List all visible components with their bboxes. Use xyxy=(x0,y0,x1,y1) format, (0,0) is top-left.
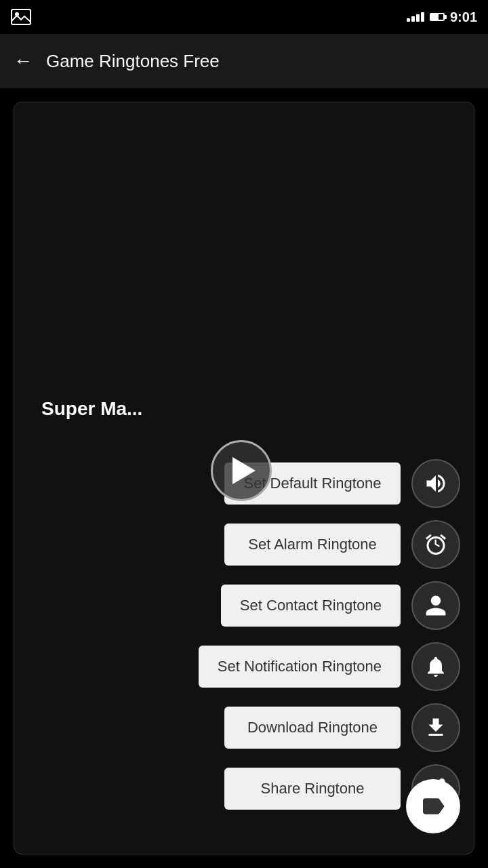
play-triangle-icon xyxy=(232,457,256,484)
set-alarm-button[interactable]: Set Alarm Ringtone xyxy=(224,524,401,566)
signal-icon xyxy=(407,12,424,22)
action-row-set-notification: Set Notification Ringtone xyxy=(199,642,460,691)
set-contact-button[interactable]: Set Contact Ringtone xyxy=(221,585,401,627)
download-icon xyxy=(424,715,448,740)
main-content: Super Ma... Set Default Ringtone Set Ala… xyxy=(14,102,474,854)
volume-icon-button[interactable] xyxy=(411,459,460,508)
status-bar: 9:01 xyxy=(0,0,488,34)
play-button[interactable] xyxy=(211,440,272,501)
alarm-icon xyxy=(424,532,448,557)
toolbar-title: Game Ringtones Free xyxy=(46,51,220,72)
diamond-icon xyxy=(420,793,447,820)
toolbar: ← Game Ringtones Free xyxy=(0,34,488,88)
download-icon-button[interactable] xyxy=(411,703,460,752)
back-button[interactable]: ← xyxy=(14,50,33,72)
song-name: Super Ma... xyxy=(41,398,142,420)
alarm-icon-button[interactable] xyxy=(411,520,460,569)
status-bar-left xyxy=(11,9,31,25)
download-button[interactable]: Download Ringtone xyxy=(224,707,401,749)
status-time: 9:01 xyxy=(450,9,477,25)
bottom-tag-button[interactable] xyxy=(406,779,460,833)
contact-icon xyxy=(424,593,448,618)
image-icon xyxy=(11,9,31,25)
share-button[interactable]: Share Ringtone xyxy=(224,768,401,810)
notification-icon-button[interactable] xyxy=(411,642,460,691)
action-row-set-alarm: Set Alarm Ringtone xyxy=(224,520,460,569)
action-row-download: Download Ringtone xyxy=(224,703,460,752)
contact-icon-button[interactable] xyxy=(411,581,460,630)
volume-icon xyxy=(424,471,448,496)
status-bar-right: 9:01 xyxy=(407,9,477,25)
action-rows: Set Default Ringtone Set Alarm Ringtone … xyxy=(199,459,460,813)
svg-rect-0 xyxy=(12,9,30,24)
battery-icon xyxy=(430,13,445,21)
notification-icon xyxy=(424,654,448,679)
action-row-set-contact: Set Contact Ringtone xyxy=(221,581,460,630)
set-notification-button[interactable]: Set Notification Ringtone xyxy=(199,646,401,688)
